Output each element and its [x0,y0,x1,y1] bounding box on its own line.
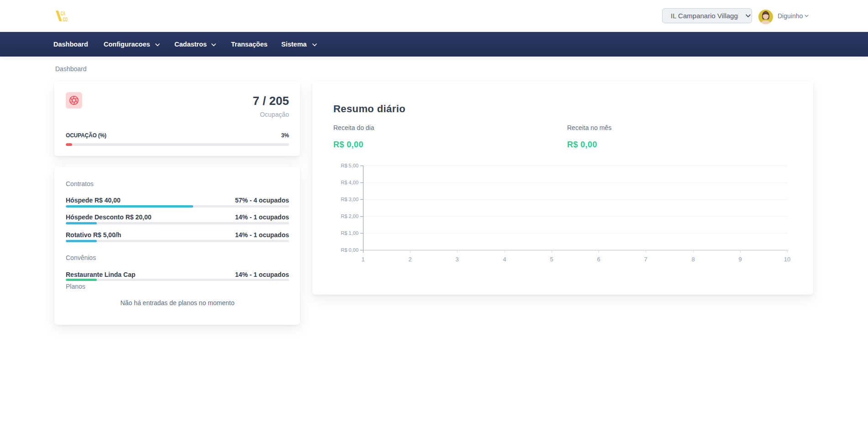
svg-text:CO: CO [63,16,68,22]
